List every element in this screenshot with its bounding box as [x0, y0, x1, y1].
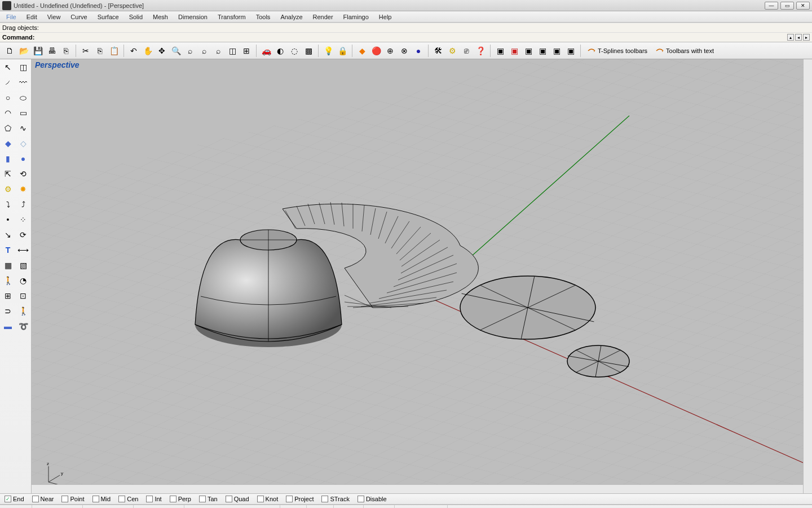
help-icon[interactable]: ❓: [474, 45, 487, 57]
command-input[interactable]: [37, 34, 785, 41]
layers-icon[interactable]: ◆: [356, 45, 368, 57]
boolean-icon[interactable]: ⊃: [1, 304, 15, 318]
print-icon[interactable]: 🖶: [46, 45, 58, 57]
minimize-button[interactable]: —: [765, 2, 778, 10]
osnap-quad[interactable]: Quad: [226, 496, 249, 502]
cut-icon[interactable]: ✂: [80, 45, 92, 57]
options-icon[interactable]: 🛠: [432, 45, 444, 57]
array-icon[interactable]: ⊞: [1, 289, 15, 303]
osnap-knot[interactable]: Knot: [257, 496, 279, 502]
paste-icon[interactable]: 📋: [108, 45, 120, 57]
lightbulb-icon[interactable]: 💡: [322, 45, 334, 57]
osnap-mid[interactable]: Mid: [92, 496, 111, 502]
explode-icon[interactable]: ✸: [16, 182, 30, 196]
ts-box6-icon[interactable]: ▣: [564, 45, 577, 57]
osnap-int[interactable]: Int: [146, 496, 161, 502]
rotate-view-icon[interactable]: ✥: [156, 45, 168, 57]
ts-box3-icon[interactable]: ▣: [522, 45, 535, 57]
import-icon[interactable]: ⎘: [60, 45, 72, 57]
status-cplane[interactable]: CPlane: [0, 505, 32, 508]
shade-icon[interactable]: ◐: [274, 45, 286, 57]
menu-view[interactable]: View: [42, 12, 66, 21]
point-icon[interactable]: •: [1, 213, 15, 226]
viewport-scrollbar-horizontal[interactable]: [32, 484, 803, 493]
wireframe-sphere-icon[interactable]: ⊕: [384, 45, 396, 57]
open-icon[interactable]: 📂: [17, 45, 30, 57]
material-icon[interactable]: 🔴: [370, 45, 382, 57]
text-icon[interactable]: T: [1, 243, 15, 257]
circle-icon[interactable]: ○: [1, 91, 15, 104]
polygon-icon[interactable]: ⬠: [1, 121, 15, 135]
ellipse-icon[interactable]: ⬭: [16, 91, 30, 104]
group-icon[interactable]: ⊡: [16, 289, 30, 303]
render-car-icon[interactable]: 🚗: [260, 45, 272, 57]
render-sphere-icon[interactable]: ●: [412, 45, 425, 57]
viewport-label[interactable]: Perspective: [35, 60, 80, 69]
osnap-point[interactable]: Point: [61, 496, 84, 502]
command-history-line[interactable]: [2, 24, 810, 31]
menu-solid[interactable]: Solid: [124, 12, 148, 21]
trim-icon[interactable]: ⤴: [16, 198, 30, 211]
pan-icon[interactable]: ✋: [142, 45, 154, 57]
command-scroll-up[interactable]: ▴: [787, 34, 794, 41]
osnap-near[interactable]: Near: [32, 496, 54, 502]
command-scroll-left[interactable]: ◂: [795, 34, 802, 41]
dimension-icon[interactable]: ⟷: [16, 243, 30, 257]
menu-tools[interactable]: Tools: [251, 12, 276, 21]
hatch-icon[interactable]: ▦: [1, 259, 15, 272]
osnap-project[interactable]: Project: [286, 496, 314, 502]
maximize-button[interactable]: ▭: [780, 2, 794, 10]
solid-sphere-icon[interactable]: ●: [16, 152, 30, 165]
mesh-icon[interactable]: ▧: [16, 259, 30, 272]
gear-icon[interactable]: ⚙: [1, 182, 15, 196]
status-ortho[interactable]: Ortho: [307, 505, 334, 508]
rotate-icon[interactable]: ⟳: [16, 228, 30, 242]
box-tool-icon[interactable]: ▬: [1, 319, 15, 333]
menu-render[interactable]: Render: [308, 12, 338, 21]
menu-dimension[interactable]: Dimension: [173, 12, 213, 21]
polyline-icon[interactable]: ⟋: [1, 76, 15, 89]
revolve-icon[interactable]: ⟲: [16, 167, 30, 181]
menu-surface[interactable]: Surface: [92, 12, 124, 21]
ts-box5-icon[interactable]: ▣: [550, 45, 563, 57]
extrude-icon[interactable]: ⇱: [1, 167, 15, 181]
zoom-icon[interactable]: 🔍: [170, 45, 182, 57]
viewport-scrollbar-vertical[interactable]: [803, 59, 812, 493]
isocurve-sphere-icon[interactable]: ⊗: [398, 45, 411, 57]
viewport[interactable]: Perspective: [32, 59, 812, 493]
menu-analyze[interactable]: Analyze: [275, 12, 307, 21]
ts-box4-icon[interactable]: ▣: [536, 45, 549, 57]
join-icon[interactable]: ⤵: [1, 198, 15, 211]
tsplines-toolbars-link[interactable]: T-Splines toolbars: [584, 45, 651, 57]
named-views-icon[interactable]: ⎚: [460, 45, 473, 57]
new-icon[interactable]: 🗋: [3, 45, 16, 57]
points-on-icon[interactable]: ⁘: [16, 213, 30, 226]
osnap-strack[interactable]: STrack: [321, 496, 349, 502]
properties-icon[interactable]: ⚙: [446, 45, 458, 57]
surface-icon[interactable]: ◆: [1, 137, 15, 150]
copy-icon[interactable]: ⎘: [94, 45, 106, 57]
ts-box-icon[interactable]: ▣: [494, 45, 506, 57]
osnap-perp[interactable]: Perp: [170, 496, 191, 502]
menu-file[interactable]: File: [1, 12, 21, 21]
menu-help[interactable]: Help: [374, 12, 397, 21]
osnap-tan[interactable]: Tan: [199, 496, 218, 502]
menu-curve[interactable]: Curve: [65, 12, 92, 21]
ghosted-icon[interactable]: ◌: [288, 45, 301, 57]
zoom-selected-icon[interactable]: ⌕: [212, 45, 224, 57]
menu-edit[interactable]: Edit: [21, 12, 42, 21]
xray-icon[interactable]: ▩: [302, 45, 315, 57]
4view-icon[interactable]: ⊞: [240, 45, 253, 57]
undo-icon[interactable]: ↶: [127, 45, 140, 57]
osnap-end[interactable]: ✓End: [5, 496, 24, 502]
solid-box-icon[interactable]: ▮: [1, 152, 15, 165]
command-scroll-right[interactable]: ▸: [803, 34, 810, 41]
status-layer[interactable]: Default: [184, 505, 280, 508]
rectangle-icon[interactable]: ▭: [16, 106, 30, 120]
osnap-cen[interactable]: Cen: [118, 496, 138, 502]
close-button[interactable]: ✕: [796, 2, 810, 10]
zoom-window-icon[interactable]: ⌕: [198, 45, 210, 57]
menu-flamingo[interactable]: Flamingo: [338, 12, 374, 21]
camera-icon[interactable]: ◔: [16, 274, 30, 287]
lasso-icon[interactable]: ◫: [16, 60, 30, 74]
